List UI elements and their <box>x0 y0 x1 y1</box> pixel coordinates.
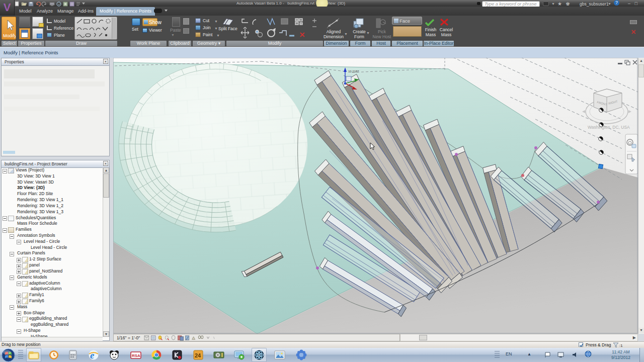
svg-text:e: e <box>90 350 95 360</box>
svg-text:Washington, DC, USA: Washington, DC, USA <box>588 125 630 130</box>
svg-text:10.2187: 10.2187 <box>348 70 359 73</box>
svg-text:24: 24 <box>195 352 201 358</box>
svg-text:Modify: Modify <box>3 33 16 38</box>
svg-text:RSA: RSA <box>132 353 140 358</box>
svg-text::1: :1 <box>619 343 623 348</box>
